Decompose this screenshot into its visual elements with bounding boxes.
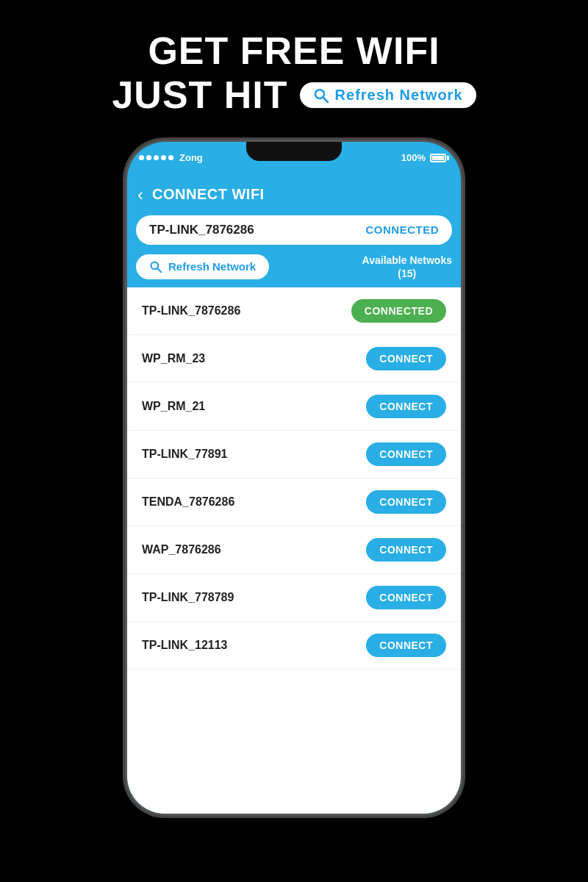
carrier-label: Zong [179, 152, 203, 163]
network-ssid: WP_RM_23 [142, 352, 205, 365]
back-button[interactable]: ‹ [135, 182, 146, 208]
network-list-item: TP-LINK_778789CONNECT [127, 574, 461, 622]
network-list-item: WP_RM_21CONNECT [127, 383, 461, 431]
promo-heading: GET FREE WIFI JUST HIT Refresh Network [112, 29, 476, 118]
svg-line-1 [323, 97, 328, 102]
heading-line1: GET FREE WIFI [112, 29, 476, 74]
header-refresh-label: Refresh Network [335, 87, 463, 104]
network-ssid: TP-LINK_12113 [142, 639, 228, 652]
network-list-item: WAP_7876286CONNECT [127, 526, 461, 574]
available-count: (15) [398, 268, 416, 279]
header-refresh-badge[interactable]: Refresh Network [300, 82, 476, 108]
available-networks-info: Available Netwoks (15) [362, 254, 452, 280]
network-ssid: WP_RM_21 [142, 400, 205, 413]
status-bar: Zong 100% [127, 142, 461, 174]
connected-button[interactable]: CONNECTED [351, 299, 446, 323]
app-screen: ‹ CONNECT WIFI TP-LINK_7876286 CONNECTED… [127, 174, 461, 814]
connect-button[interactable]: CONNECT [366, 586, 446, 609]
network-list-item: TENDA_7876286CONNECT [127, 478, 461, 526]
network-ssid: WAP_7876286 [142, 543, 221, 556]
refresh-row: Refresh Network Available Netwoks (15) [136, 254, 452, 280]
heading-line2-text: JUST HIT [112, 74, 287, 118]
connected-ssid-label: TP-LINK_7876286 [149, 223, 254, 237]
notch [246, 142, 342, 161]
signal-indicator [139, 155, 173, 160]
network-ssid: TP-LINK_7876286 [142, 304, 240, 318]
connect-button[interactable]: CONNECT [366, 634, 446, 657]
network-ssid: TENDA_7876286 [142, 495, 234, 509]
connect-button[interactable]: CONNECT [366, 442, 446, 466]
refresh-search-icon [149, 260, 162, 273]
svg-line-3 [157, 268, 161, 272]
connect-button[interactable]: CONNECT [366, 347, 446, 370]
network-list-item: TP-LINK_12113CONNECT [127, 622, 461, 670]
network-list-item: WP_RM_23CONNECT [127, 335, 461, 383]
connect-button[interactable]: CONNECT [366, 395, 446, 418]
network-ssid: TP-LINK_778789 [142, 591, 234, 604]
connected-status-label: CONNECTED [365, 223, 439, 236]
network-ssid: TP-LINK_77891 [142, 448, 228, 461]
network-list-item: TP-LINK_7876286CONNECTED [127, 287, 461, 335]
battery-percent: 100% [401, 152, 426, 163]
search-icon [313, 87, 329, 104]
refresh-label: Refresh Network [168, 260, 256, 273]
refresh-network-button[interactable]: Refresh Network [136, 254, 269, 279]
network-list-item: TP-LINK_77891CONNECT [127, 431, 461, 478]
connected-ssid-bar: TP-LINK_7876286 CONNECTED [136, 215, 452, 245]
app-title: CONNECT WIFI [152, 186, 265, 203]
status-right: 100% [401, 152, 449, 163]
status-left: Zong [139, 152, 203, 163]
available-label: Available Netwoks [362, 254, 452, 266]
phone-outer-shell: Zong 100% ‹ CONNECT WIFI [125, 140, 463, 816]
connect-button[interactable]: CONNECT [366, 490, 446, 514]
battery-icon [430, 154, 449, 162]
phone-mockup: Zong 100% ‹ CONNECT WIFI [125, 140, 463, 816]
connect-button[interactable]: CONNECT [366, 538, 446, 562]
network-list: TP-LINK_7876286CONNECTEDWP_RM_23CONNECTW… [127, 287, 461, 814]
app-header: ‹ CONNECT WIFI [127, 174, 461, 215]
